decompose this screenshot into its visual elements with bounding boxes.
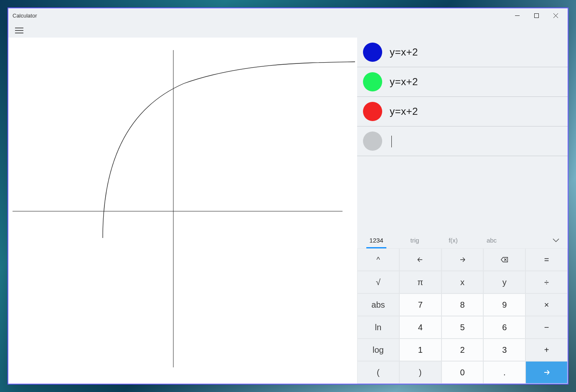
- key-1[interactable]: 1: [399, 339, 442, 361]
- key-left[interactable]: [399, 248, 442, 271]
- key-minus[interactable]: −: [525, 316, 568, 339]
- minimize-button[interactable]: [507, 10, 527, 22]
- svg-rect-0: [534, 14, 538, 18]
- equation-list: y=x+2 y=x+2 y=x+2: [357, 38, 568, 156]
- hamburger-menu-button[interactable]: [13, 24, 26, 37]
- color-swatch[interactable]: [363, 72, 382, 91]
- key-8[interactable]: 8: [442, 293, 484, 316]
- key-submit[interactable]: [525, 361, 568, 384]
- color-swatch[interactable]: [363, 43, 382, 62]
- key-abs[interactable]: abs: [357, 293, 399, 316]
- key-3[interactable]: 3: [483, 339, 525, 361]
- titlebar: Calculator: [8, 8, 568, 23]
- equation-row[interactable]: y=x+2: [357, 97, 568, 126]
- key-ln[interactable]: ln: [357, 316, 399, 339]
- color-swatch[interactable]: [363, 102, 382, 121]
- key-caret[interactable]: ^: [357, 248, 399, 271]
- keypad-tab-fx[interactable]: f(x): [434, 233, 472, 248]
- equation-text: y=x+2: [390, 106, 418, 117]
- key-right[interactable]: [442, 248, 484, 271]
- key-y[interactable]: y: [483, 271, 525, 293]
- key-6[interactable]: 6: [483, 316, 525, 339]
- right-panel: y=x+2 y=x+2 y=x+2 1234: [357, 38, 568, 384]
- keypad-tab-1234[interactable]: 1234: [357, 233, 396, 248]
- key-multiply[interactable]: ×: [525, 293, 568, 316]
- equation-row-input[interactable]: [357, 126, 568, 156]
- key-divide[interactable]: ÷: [525, 271, 568, 293]
- key-rparen[interactable]: ): [399, 361, 442, 384]
- key-backspace[interactable]: [483, 248, 525, 271]
- app-window: Calculator: [8, 8, 568, 384]
- key-log[interactable]: log: [357, 339, 399, 361]
- plot-curve: [103, 62, 355, 238]
- keypad-tab-trig[interactable]: trig: [396, 233, 434, 248]
- menubar: [8, 23, 568, 38]
- content-area: y=x+2 y=x+2 y=x+2 1234: [8, 38, 568, 384]
- equation-text: y=x+2: [390, 76, 418, 88]
- panel-spacer: [357, 156, 568, 233]
- key-x[interactable]: x: [442, 271, 484, 293]
- key-sqrt[interactable]: √: [357, 271, 399, 293]
- window-controls: [507, 10, 565, 22]
- key-lparen[interactable]: (: [357, 361, 399, 384]
- keypad: 1234 trig f(x) abc ^: [357, 233, 568, 384]
- equation-input[interactable]: [390, 135, 392, 147]
- graph-svg: [8, 38, 357, 384]
- text-cursor: [391, 136, 392, 147]
- key-4[interactable]: 4: [399, 316, 442, 339]
- key-pi[interactable]: π: [399, 271, 442, 293]
- key-5[interactable]: 5: [442, 316, 484, 339]
- key-9[interactable]: 9: [483, 293, 525, 316]
- equation-row[interactable]: y=x+2: [357, 38, 568, 67]
- graph-canvas[interactable]: [8, 38, 357, 384]
- equation-text: y=x+2: [390, 46, 418, 58]
- color-swatch[interactable]: [363, 132, 382, 151]
- active-tab-underline: [366, 247, 386, 248]
- key-7[interactable]: 7: [399, 293, 442, 316]
- app-title: Calculator: [13, 13, 37, 19]
- keypad-tabs: 1234 trig f(x) abc: [357, 233, 568, 248]
- close-button[interactable]: [546, 10, 565, 22]
- equation-row[interactable]: y=x+2: [357, 67, 568, 97]
- key-2[interactable]: 2: [442, 339, 484, 361]
- key-plus[interactable]: +: [525, 339, 568, 361]
- maximize-button[interactable]: [527, 10, 546, 22]
- key-0[interactable]: 0: [442, 361, 484, 384]
- keypad-grid: ^ = √ π x: [357, 248, 568, 384]
- key-dot[interactable]: .: [483, 361, 525, 384]
- keypad-collapse-button[interactable]: [544, 238, 568, 243]
- keypad-tab-abc[interactable]: abc: [472, 233, 511, 248]
- key-equals[interactable]: =: [525, 248, 568, 271]
